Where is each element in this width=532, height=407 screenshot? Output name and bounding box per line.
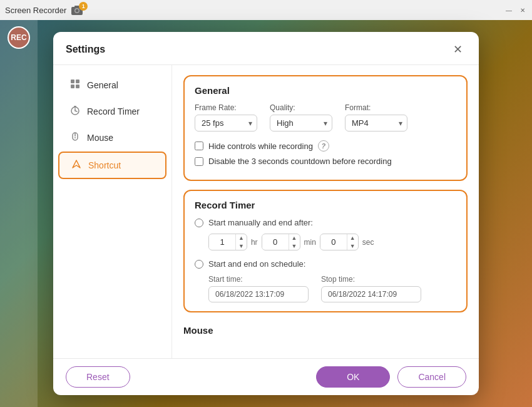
start-time-input[interactable] bbox=[208, 286, 309, 302]
sidebar-shortcut-label: Shortcut bbox=[88, 160, 121, 170]
sidebar-item-general[interactable]: General bbox=[58, 73, 166, 98]
mouse-icon bbox=[69, 131, 81, 144]
svg-rect-11 bbox=[74, 106, 76, 107]
ok-button[interactable]: OK bbox=[316, 366, 390, 388]
format-group: Format: MP4 AVI MOV GIF bbox=[345, 103, 407, 131]
start-time-group: Start time: bbox=[208, 275, 309, 302]
seconds-up-button[interactable]: ▲ bbox=[347, 234, 358, 242]
reset-button[interactable]: Reset bbox=[66, 366, 130, 388]
start-manually-label: Start manually and end after: bbox=[208, 218, 313, 227]
schedule-row: Start and end on schedule: bbox=[195, 259, 456, 269]
start-schedule-radio[interactable] bbox=[195, 260, 203, 269]
record-timer-icon bbox=[69, 105, 81, 118]
hours-up-button[interactable]: ▲ bbox=[236, 234, 247, 242]
quality-select[interactable]: Low Medium High bbox=[270, 115, 332, 131]
stop-time-label: Stop time: bbox=[321, 275, 421, 284]
min-label: min bbox=[304, 238, 316, 247]
sidebar-item-mouse[interactable]: Mouse bbox=[58, 125, 166, 150]
general-icon bbox=[69, 79, 81, 91]
start-schedule-label: Start and end on schedule: bbox=[208, 259, 305, 269]
frame-rate-select-wrapper: 15 fps 20 fps 25 fps 30 fps 60 fps bbox=[195, 115, 257, 131]
quality-label: Quality: bbox=[270, 103, 332, 112]
record-timer-title: Record Timer bbox=[195, 200, 456, 210]
sidebar-item-record-timer[interactable]: Record Timer bbox=[58, 99, 166, 124]
sidebar-mouse-label: Mouse bbox=[87, 133, 113, 143]
hide-controls-checkbox[interactable] bbox=[195, 142, 203, 150]
format-row: Frame Rate: 15 fps 20 fps 25 fps 30 fps … bbox=[195, 103, 456, 131]
svg-rect-5 bbox=[76, 80, 79, 83]
seconds-spinner-btns: ▲ ▼ bbox=[347, 234, 358, 250]
hide-controls-help-icon[interactable]: ? bbox=[318, 140, 329, 152]
mouse-section-title: Mouse bbox=[183, 321, 468, 339]
general-section-title: General bbox=[195, 85, 456, 96]
minutes-up-button[interactable]: ▲ bbox=[289, 234, 300, 242]
hide-controls-row: Hide controls while recording ? bbox=[195, 140, 456, 152]
start-manually-row: Start manually and end after: bbox=[195, 218, 456, 227]
dialog-title: Settings bbox=[66, 44, 105, 55]
seconds-input[interactable] bbox=[320, 235, 347, 249]
minimize-button[interactable]: — bbox=[504, 6, 513, 14]
minutes-spinner-btns: ▲ ▼ bbox=[289, 234, 300, 250]
settings-content: General Frame Rate: 15 fps 20 fps 25 fps… bbox=[172, 65, 479, 358]
start-manually-radio[interactable] bbox=[195, 219, 203, 227]
svg-marker-15 bbox=[73, 160, 80, 168]
hr-label: hr bbox=[251, 238, 258, 247]
quality-group: Quality: Low Medium High bbox=[270, 103, 332, 131]
notification-badge: 1 bbox=[79, 2, 88, 11]
hours-spinner: ▲ ▼ bbox=[208, 234, 247, 250]
format-select[interactable]: MP4 AVI MOV GIF bbox=[345, 115, 407, 131]
dialog-footer: Reset OK Cancel bbox=[53, 358, 479, 395]
frame-rate-label: Frame Rate: bbox=[195, 103, 257, 112]
titlebar: Screen Recorder 1 — ✕ bbox=[0, 0, 532, 20]
app-title: Screen Recorder bbox=[5, 6, 66, 15]
sidebar-record-timer-label: Record Timer bbox=[87, 106, 140, 116]
svg-line-10 bbox=[75, 111, 77, 111]
hours-spinner-btns: ▲ ▼ bbox=[235, 234, 247, 250]
dialog-overlay: Settings ✕ General Record Timer bbox=[0, 20, 532, 407]
format-select-wrapper: MP4 AVI MOV GIF bbox=[345, 115, 407, 131]
general-section: General Frame Rate: 15 fps 20 fps 25 fps… bbox=[183, 75, 468, 181]
sec-label: sec bbox=[362, 238, 374, 247]
sidebar-item-shortcut[interactable]: Shortcut bbox=[58, 152, 166, 179]
dialog-body: General Record Timer Mouse bbox=[53, 65, 479, 358]
frame-rate-select[interactable]: 15 fps 20 fps 25 fps 30 fps 60 fps bbox=[195, 115, 257, 131]
quality-select-wrapper: Low Medium High bbox=[270, 115, 332, 131]
svg-rect-7 bbox=[76, 85, 79, 88]
seconds-down-button[interactable]: ▼ bbox=[347, 242, 358, 250]
minutes-input[interactable] bbox=[262, 235, 289, 249]
timer-inputs: ▲ ▼ hr ▲ ▼ min bbox=[208, 234, 456, 250]
dialog-close-button[interactable]: ✕ bbox=[449, 41, 466, 58]
hours-input[interactable] bbox=[209, 235, 235, 249]
footer-right-buttons: OK Cancel bbox=[316, 366, 466, 388]
format-label: Format: bbox=[345, 103, 407, 112]
hours-down-button[interactable]: ▼ bbox=[236, 242, 247, 250]
dialog-header: Settings ✕ bbox=[53, 32, 479, 65]
seconds-spinner: ▲ ▼ bbox=[320, 234, 359, 250]
close-button[interactable]: ✕ bbox=[518, 6, 527, 14]
settings-sidebar: General Record Timer Mouse bbox=[53, 65, 172, 358]
svg-rect-6 bbox=[71, 85, 74, 88]
cancel-button[interactable]: Cancel bbox=[397, 366, 466, 388]
record-timer-section: Record Timer Start manually and end afte… bbox=[183, 190, 468, 312]
shortcut-icon bbox=[71, 159, 82, 172]
disable-countdown-label: Disable the 3 seconds countdown before r… bbox=[208, 157, 392, 166]
settings-dialog: Settings ✕ General Record Timer bbox=[53, 32, 479, 395]
frame-rate-group: Frame Rate: 15 fps 20 fps 25 fps 30 fps … bbox=[195, 103, 257, 131]
minutes-down-button[interactable]: ▼ bbox=[289, 242, 300, 250]
titlebar-left: Screen Recorder 1 bbox=[5, 3, 88, 17]
window-controls: — ✕ bbox=[504, 6, 527, 14]
stop-time-input[interactable] bbox=[321, 286, 421, 302]
disable-countdown-checkbox[interactable] bbox=[195, 157, 203, 166]
hide-controls-label: Hide controls while recording bbox=[208, 142, 313, 151]
notification-area: 1 bbox=[70, 3, 88, 17]
sidebar-general-label: General bbox=[87, 80, 118, 90]
minutes-spinner: ▲ ▼ bbox=[262, 234, 300, 250]
svg-point-14 bbox=[74, 137, 76, 138]
disable-countdown-row: Disable the 3 seconds countdown before r… bbox=[195, 157, 456, 166]
schedule-times: Start time: Stop time: bbox=[208, 275, 456, 302]
svg-rect-4 bbox=[71, 80, 74, 83]
svg-point-2 bbox=[76, 9, 79, 13]
stop-time-group: Stop time: bbox=[321, 275, 421, 302]
start-time-label: Start time: bbox=[208, 275, 309, 284]
